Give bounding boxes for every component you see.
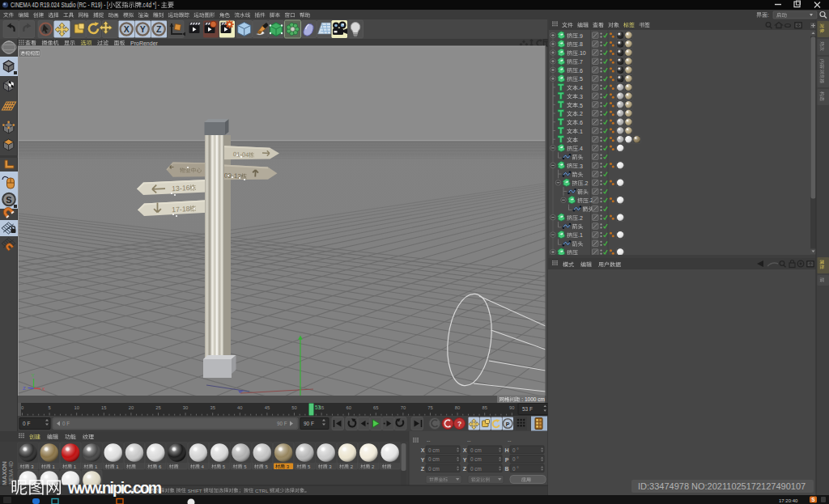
svg-text:.8: .8: [578, 41, 583, 47]
svg-text:S: S: [6, 195, 11, 205]
svg-text:ID:33474978 NO:202110251721274: ID:33474978 NO:20211025172127490107: [638, 481, 806, 491]
svg-text:ProRender: ProRender: [130, 40, 159, 46]
svg-text:60: 60: [346, 405, 351, 410]
svg-text:Z: Z: [421, 466, 425, 472]
svg-text:2: 2: [370, 464, 375, 469]
svg-text:B: B: [504, 466, 508, 472]
svg-text:0 cm: 0 cm: [428, 447, 440, 453]
svg-text:90 F: 90 F: [304, 421, 314, 426]
svg-text:.2: .2: [578, 111, 583, 116]
svg-text:3: 3: [328, 464, 333, 469]
svg-text:.2: .2: [584, 180, 589, 186]
svg-text:.4: .4: [578, 85, 583, 91]
svg-text:5: 5: [264, 464, 269, 469]
svg-text:53: 53: [315, 404, 321, 410]
svg-text:0 cm: 0 cm: [470, 456, 482, 462]
svg-text:15: 15: [101, 405, 106, 410]
svg-text:SHIFT: SHIFT: [186, 488, 203, 493]
svg-text:Z: Z: [23, 386, 26, 391]
svg-text:0 °: 0 °: [512, 447, 519, 453]
svg-text:65: 65: [373, 405, 378, 410]
svg-text:.5: .5: [578, 103, 583, 108]
svg-text:MAXON: MAXON: [1, 461, 8, 485]
svg-text:.10: .10: [578, 50, 586, 56]
svg-text:Y: Y: [140, 24, 146, 34]
svg-text:10: 10: [74, 405, 79, 410]
svg-text:90: 90: [509, 405, 514, 410]
svg-text:Y: Y: [421, 457, 425, 463]
svg-text:3: 3: [30, 464, 35, 469]
svg-text:5: 5: [221, 464, 226, 469]
svg-text:17-18: 17-18: [172, 205, 190, 214]
svg-text:50: 50: [291, 405, 296, 410]
svg-text:0 °: 0 °: [512, 456, 519, 462]
svg-text:5: 5: [306, 464, 311, 469]
svg-text::: :: [767, 12, 769, 18]
svg-text:09-12: 09-12: [224, 172, 242, 180]
svg-text:.3: .3: [578, 163, 583, 169]
svg-text:30: 30: [183, 405, 188, 410]
svg-text:X: X: [124, 24, 130, 34]
svg-text:.9: .9: [578, 33, 583, 39]
svg-text:X: X: [463, 447, 467, 453]
svg-text:.5: .5: [578, 76, 583, 82]
svg-text:.7: .7: [578, 59, 583, 65]
svg-text:5: 5: [243, 464, 248, 469]
svg-text:25: 25: [155, 405, 160, 410]
svg-text:6: 6: [157, 464, 162, 469]
svg-text:.6: .6: [578, 68, 583, 74]
svg-text:75: 75: [427, 405, 432, 410]
svg-text:80: 80: [455, 405, 460, 410]
svg-text:1: 1: [93, 464, 98, 469]
svg-text:H: H: [504, 447, 508, 453]
svg-text:.2: .2: [578, 215, 583, 221]
svg-text:1: 1: [51, 464, 56, 469]
svg-text:X: X: [42, 387, 45, 392]
svg-text:1: 1: [72, 464, 77, 469]
svg-text:--: --: [467, 438, 470, 443]
svg-text:40: 40: [237, 405, 242, 410]
svg-text:.c4d *] -: .c4d *] -: [142, 2, 161, 9]
svg-text:P: P: [506, 421, 510, 427]
svg-text:45: 45: [265, 405, 270, 410]
svg-text:3: 3: [285, 464, 290, 469]
svg-text:4: 4: [200, 464, 205, 469]
svg-text:35: 35: [210, 405, 215, 410]
svg-text:85: 85: [482, 405, 487, 410]
svg-text:S: S: [811, 497, 815, 502]
svg-text:CINEMA 4D R19.024 Studio (RC -: CINEMA 4D R19.024 Studio (RC - R19) - [: [11, 2, 108, 9]
svg-text:2: 2: [349, 464, 354, 469]
svg-text:--: --: [427, 438, 430, 443]
svg-text:.6: .6: [578, 120, 583, 125]
svg-text:P: P: [505, 457, 509, 463]
svg-text:.1: .1: [578, 129, 583, 134]
svg-text:17:20:40: 17:20:40: [779, 498, 798, 503]
svg-text:Z: Z: [156, 24, 162, 34]
svg-text:53 F: 53 F: [522, 406, 533, 412]
svg-text:90 F: 90 F: [277, 421, 287, 426]
svg-text:Y: Y: [463, 457, 467, 463]
svg-text:20: 20: [129, 405, 134, 410]
svg-text:1: 1: [115, 464, 120, 469]
svg-text:5: 5: [48, 405, 50, 410]
svg-text:0 cm: 0 cm: [428, 466, 440, 472]
svg-text:0 cm: 0 cm: [428, 456, 440, 462]
svg-text:www.nipic.com: www.nipic.com: [67, 479, 162, 497]
svg-text:: 1000 cm: : 1000 cm: [521, 396, 545, 402]
svg-text:0 F: 0 F: [23, 421, 30, 426]
svg-text:13-16: 13-16: [172, 184, 190, 193]
svg-text:.4: .4: [578, 146, 583, 151]
svg-text:Y: Y: [32, 373, 35, 378]
svg-text:--: --: [508, 438, 511, 443]
svg-text:0 F: 0 F: [62, 421, 70, 426]
svg-text:0 cm: 0 cm: [470, 466, 482, 472]
svg-text:70: 70: [401, 405, 406, 410]
svg-text:0 °: 0 °: [512, 466, 519, 472]
svg-text:X: X: [421, 447, 425, 453]
svg-text:Z: Z: [463, 466, 467, 472]
svg-text:CTRL: CTRL: [253, 488, 270, 493]
svg-text:0 cm: 0 cm: [470, 447, 482, 453]
svg-text:?: ?: [457, 420, 461, 428]
svg-text:.3: .3: [578, 94, 583, 100]
svg-text:.1: .1: [578, 232, 583, 238]
